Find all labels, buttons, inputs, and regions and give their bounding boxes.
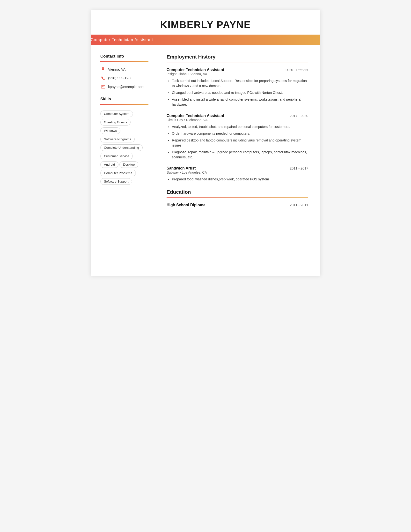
contact-section: Contact Info Vienna, VA [100,54,149,89]
employment-section: Employment History Computer Technician A… [167,54,308,182]
main-content: Contact Info Vienna, VA [91,45,320,222]
skills-section: Skills Computer SystemGreeting GuestsWin… [100,97,149,186]
contact-phone: (210) 555-1286 [100,76,149,81]
resume-container: KIMBERLY PAYNE Computer Technician Assis… [91,10,320,276]
job-block: Computer Technician Assistant2017 - 2020… [167,114,308,160]
edu-header: High School Diploma2011 - 2011 [167,203,308,207]
candidate-name: KIMBERLY PAYNE [105,19,306,30]
location-text: Vienna, VA [108,67,125,71]
email-text: kpayne@example.com [108,85,144,89]
job-dates: 2011 - 2017 [290,166,308,170]
job-title-text: Computer Technician Assistant [91,38,153,42]
edu-title: High School Diploma [167,203,206,207]
job-dates: 2017 - 2020 [290,114,308,118]
job-bullets: Task carried out included: Local Support… [167,78,308,107]
contact-email: kpayne@example.com [100,84,149,89]
job-title: Sandwich Artist [167,166,196,171]
education-list: High School Diploma2011 - 2011 [167,203,308,207]
phone-icon [100,76,106,81]
jobs-list: Computer Technician Assistant2020 - Pres… [167,68,308,182]
job-company: Circuit City • Richmond, VA [167,118,308,122]
edu-dates: 2011 - 2011 [290,203,308,207]
skills-divider [100,104,149,105]
bullet-item: Diagnose, repair, maintain & upgrade per… [172,150,308,160]
bullet-item: Changed out hardware as needed and re-im… [172,90,308,95]
job-title: Computer Technician Assistant [167,114,224,118]
job-block: Sandwich Artist2011 - 2017Subway • Los A… [167,166,308,182]
bullet-item: Prepared food, washed dishes,prep work, … [172,177,308,182]
skill-badge: Complete Understanding [100,144,143,151]
skill-badge: Customer Service [100,153,133,159]
bullet-item: Assembled and install a wide array of co… [172,97,308,107]
location-icon [100,67,106,72]
education-section: Education High School Diploma2011 - 2011 [167,189,308,207]
job-header: Computer Technician Assistant2020 - Pres… [167,68,308,72]
employment-title: Employment History [167,54,308,60]
education-title: Education [167,189,308,195]
skill-badge: Software Support [100,178,132,185]
job-bullets: Analyzed, tested, troubleshot, and repai… [167,124,308,160]
contact-divider [100,61,149,62]
job-header: Computer Technician Assistant2017 - 2020 [167,114,308,118]
skills-title: Skills [100,97,149,102]
email-icon [100,84,106,89]
skill-badge: Software Programs [100,136,135,142]
job-block: Computer Technician Assistant2020 - Pres… [167,68,308,107]
bullet-item: Repaired desktop and laptop computers in… [172,138,308,148]
phone-text: (210) 555-1286 [108,76,132,80]
bullet-item: Analyzed, tested, troubleshot, and repai… [172,124,308,129]
edu-block: High School Diploma2011 - 2011 [167,203,308,207]
skill-badge: Desktop [120,161,138,168]
contact-location: Vienna, VA [100,67,149,72]
skill-badge: Computer System [100,111,133,117]
right-content: Employment History Computer Technician A… [156,45,320,222]
bullet-item: Task carried out included: Local Support… [172,78,308,88]
skill-badge: Android [100,161,119,168]
education-divider [167,197,308,198]
contact-title: Contact Info [100,54,149,59]
skills-list: Computer SystemGreeting GuestsWindowsSof… [100,110,149,186]
job-dates: 2020 - Present [286,68,308,72]
employment-divider [167,62,308,62]
job-bullets: Prepared food, washed dishes,prep work, … [167,177,308,182]
skill-badge: Greeting Guests [100,119,131,125]
job-header: Sandwich Artist2011 - 2017 [167,166,308,171]
sidebar: Contact Info Vienna, VA [91,45,156,222]
skill-badge: Computer Problems [100,170,136,176]
resume-header: KIMBERLY PAYNE [91,10,320,30]
job-company: Insight Global • Vienna, VA [167,72,308,76]
skill-badge: Windows [100,127,120,134]
job-title: Computer Technician Assistant [167,68,224,72]
bullet-item: Order hardware components needed for com… [172,131,308,136]
job-title-bar: Computer Technician Assistant [91,35,320,45]
job-company: Subway • Los Angeles, CA [167,171,308,174]
